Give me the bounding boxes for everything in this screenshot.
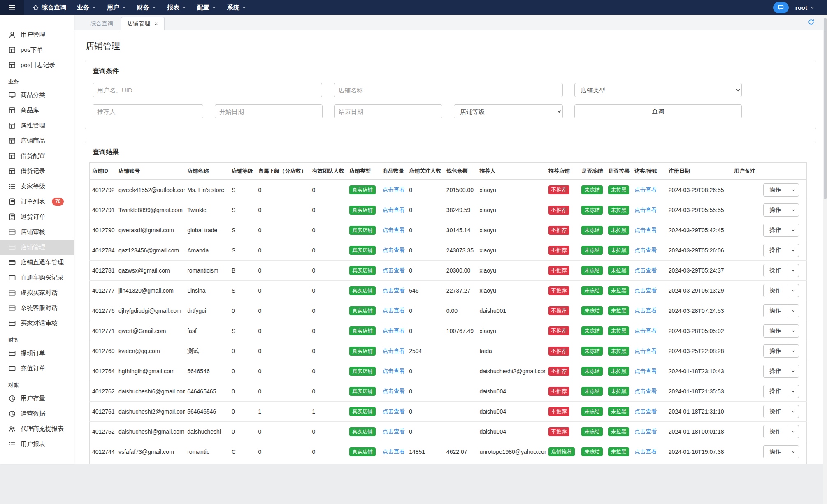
sidebar-item-user-management[interactable]: 用户管理 [0,27,74,42]
sidebar-item-seller-level[interactable]: 卖家等级 [0,179,74,194]
nav-item-finance[interactable]: 财务 [132,0,162,15]
shop-type-select[interactable]: 店铺类型 [574,83,742,97]
action-dropdown-toggle[interactable] [788,385,799,398]
sidebar-item-shop-goods[interactable]: 店铺商品 [0,133,74,148]
action-button[interactable]: 操作 [763,385,799,398]
goods-view-link[interactable]: 点击查看 [383,227,405,233]
vertical-scrollbar[interactable] [823,15,827,504]
goods-view-link[interactable]: 点击查看 [383,449,405,455]
close-icon[interactable] [154,21,158,26]
action-button-label[interactable]: 操作 [764,405,788,418]
search-button[interactable]: 查询 [574,104,742,118]
action-button-label[interactable]: 操作 [764,264,788,277]
nav-item-reports[interactable]: 报表 [162,0,192,15]
action-button[interactable]: 操作 [763,244,799,257]
goods-view-link[interactable]: 点击查看 [383,307,405,314]
action-button[interactable]: 操作 [763,183,799,197]
visitor-view-link[interactable]: 点击查看 [634,187,657,193]
sidebar-item-goods-library[interactable]: 商品库 [0,103,74,118]
action-dropdown-toggle[interactable] [788,446,799,458]
sidebar-item-pos-order[interactable]: pos下单 [0,42,74,58]
visitor-view-link[interactable]: 点击查看 [634,207,657,213]
action-dropdown-toggle[interactable] [788,264,799,277]
goods-view-link[interactable]: 点击查看 [383,187,405,193]
visitor-view-link[interactable]: 点击查看 [634,267,657,273]
nav-item-users[interactable]: 用户 [102,0,132,15]
sidebar-item-agent-recharge-report[interactable]: 代理商充提报表 [0,421,74,437]
sidebar-item-virtual-buyer-chat[interactable]: 虚拟买家对话 [0,285,74,301]
goods-view-link[interactable]: 点击查看 [383,247,405,253]
action-dropdown-toggle[interactable] [788,204,799,216]
sidebar-item-system-service-chat[interactable]: 系统客服对话 [0,301,74,316]
sidebar-item-user-report[interactable]: 用户报表 [0,437,74,452]
action-button-label[interactable]: 操作 [764,305,788,317]
action-dropdown-toggle[interactable] [788,365,799,377]
shop-level-select[interactable]: 店铺等级 [454,104,563,118]
action-dropdown-toggle[interactable] [788,305,799,317]
sidebar-item-user-stock[interactable]: 用户存量 [0,391,74,406]
sidebar-item-loan-config[interactable]: 借贷配置 [0,148,74,164]
nav-item-config[interactable]: 配置 [192,0,222,15]
action-button-label[interactable]: 操作 [764,385,788,398]
action-dropdown-toggle[interactable] [788,284,799,297]
action-button-label[interactable]: 操作 [764,204,788,216]
action-button[interactable]: 操作 [763,445,799,458]
visitor-view-link[interactable]: 点击查看 [634,449,657,455]
goods-view-link[interactable]: 点击查看 [383,408,405,414]
action-button-label[interactable]: 操作 [764,224,788,236]
tab-shop-management[interactable]: 店铺管理 [121,17,165,30]
visitor-view-link[interactable]: 点击查看 [634,287,657,294]
visitor-view-link[interactable]: 点击查看 [634,408,657,414]
sidebar-item-shop-review[interactable]: 店铺审核 [0,224,74,240]
end-date-input[interactable] [334,104,442,118]
action-dropdown-toggle[interactable] [788,345,799,357]
goods-view-link[interactable]: 点击查看 [383,328,405,334]
sidebar-item-recharge-orders[interactable]: 充值订单 [0,361,74,376]
nav-item-overview[interactable]: 综合查询 [27,0,72,15]
action-button[interactable]: 操作 [763,425,799,438]
action-button[interactable]: 操作 [763,224,799,237]
sidebar-item-shop-management[interactable]: 店铺管理 [0,240,74,255]
action-dropdown-toggle[interactable] [788,224,799,236]
visitor-view-link[interactable]: 点击查看 [634,328,657,334]
action-button[interactable]: 操作 [763,203,799,217]
sidebar-item-order-list[interactable]: 订单列表70 [0,194,74,209]
sidebar-item-operation-data[interactable]: 运营数据 [0,406,74,421]
action-dropdown-toggle[interactable] [788,244,799,257]
visitor-view-link[interactable]: 点击查看 [634,428,657,435]
sidebar-item-return-orders[interactable]: 退货订单 [0,209,74,224]
action-button-label[interactable]: 操作 [764,284,788,297]
action-button[interactable]: 操作 [763,324,799,338]
sidebar-item-pos-logs[interactable]: pos日志记录 [0,58,74,73]
sidebar-item-goods-category[interactable]: 商品分类 [0,88,74,103]
action-button[interactable]: 操作 [763,264,799,277]
action-dropdown-toggle[interactable] [788,325,799,337]
action-button[interactable]: 操作 [763,405,799,418]
referrer-input[interactable] [93,104,203,118]
action-button-label[interactable]: 操作 [764,446,788,458]
goods-view-link[interactable]: 点击查看 [383,267,405,273]
action-button-label[interactable]: 操作 [764,325,788,337]
goods-view-link[interactable]: 点击查看 [383,348,405,354]
goods-view-link[interactable]: 点击查看 [383,207,405,213]
action-dropdown-toggle[interactable] [788,405,799,418]
scrollbar-thumb[interactable] [824,18,827,199]
nav-item-system[interactable]: 系统 [222,0,252,15]
nav-item-business[interactable]: 业务 [72,0,102,15]
action-button-label[interactable]: 操作 [764,184,788,196]
sidebar-item-express-purchase-records[interactable]: 直通车购买记录 [0,270,74,285]
user-menu[interactable]: root [795,4,815,11]
username-uid-input[interactable] [93,83,322,97]
goods-view-link[interactable]: 点击查看 [383,368,405,374]
visitor-view-link[interactable]: 点击查看 [634,368,657,374]
action-button-label[interactable]: 操作 [764,365,788,377]
visitor-view-link[interactable]: 点击查看 [634,388,657,394]
visitor-view-link[interactable]: 点击查看 [634,348,657,354]
sidebar-item-attribute-management[interactable]: 属性管理 [0,118,74,133]
goods-view-link[interactable]: 点击查看 [383,388,405,394]
refresh-button[interactable] [808,18,815,30]
start-date-input[interactable] [215,104,323,118]
action-dropdown-toggle[interactable] [788,184,799,196]
goods-view-link[interactable]: 点击查看 [383,287,405,294]
action-button[interactable]: 操作 [763,344,799,358]
